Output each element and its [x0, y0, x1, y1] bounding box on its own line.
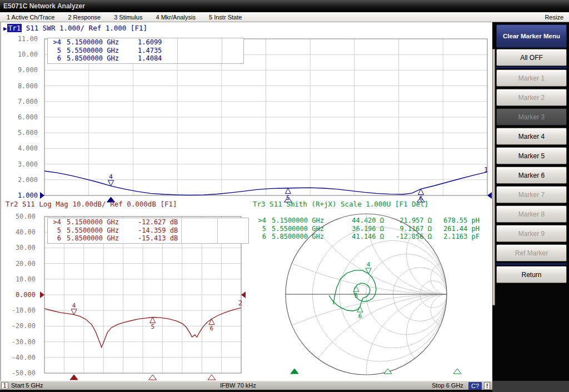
marker-row: >45.1500000 GHz1.6099 [48, 38, 243, 47]
softkey-scrollbar[interactable] [492, 49, 495, 305]
tr2-header[interactable]: Tr2 S11 Log Mag 10.00dB/ Ref 0.000dB [F1… [6, 200, 177, 208]
status-bar: 1 Start 5 GHz IFBW 70 kHz Stop 6 GHz C? … [0, 381, 492, 390]
divider [181, 218, 182, 243]
menu-separator [496, 67, 567, 68]
ifbw-label: IFBW 70 kHz [220, 382, 256, 389]
menu-response[interactable]: 2 Response [61, 14, 107, 21]
active-trace-arrow-icon: ▶ [3, 25, 7, 32]
tr1-chip: Tr1 [7, 24, 22, 32]
axis-tick-label: 30.00 [10, 244, 36, 252]
axis-tick-label: 2.000 [12, 176, 38, 184]
axis-tick-label: 7.000 [12, 98, 38, 105]
channel-number-box: 1 [1, 382, 8, 389]
svg-text:6: 6 [210, 325, 214, 332]
tr1-swr-chart: 4561 [40, 39, 492, 205]
axis-tick-label: 11.00 [12, 35, 38, 43]
svg-text:5: 5 [355, 292, 358, 299]
axis-tick-label: 0.000 [10, 291, 36, 299]
bottom-right-filler [492, 381, 569, 392]
menu-instr-state[interactable]: 5 Instr State [202, 14, 248, 21]
axis-tick-label: -30.00 [10, 338, 36, 346]
softkey-marker-4[interactable]: Marker 4 [496, 128, 567, 145]
softkey-return[interactable]: Return [496, 266, 567, 283]
tr1-header[interactable]: ▶Tr1 S11 SWR 1.000/ Ref 1.000 [F1] [3, 24, 147, 32]
softkey-marker-2: Marker 2 [496, 89, 567, 106]
axis-tick-label: -20.00 [10, 322, 36, 330]
divider [217, 218, 218, 243]
tr1-marker-table: >45.1500000 GHz1.609955.5500000 GHz1.473… [47, 38, 244, 64]
alert-indicator: ! [484, 382, 490, 390]
window-title: E5071C Network Analyzer [3, 2, 85, 10]
bottom-strip [0, 390, 492, 392]
softkey-marker-3[interactable]: Marker 3 [496, 108, 567, 125]
marker-row: >45.1500000 GHz-12.627 dB [48, 218, 248, 227]
axis-tick-label: 3.000 [12, 160, 38, 168]
tr3-header[interactable]: Tr3 S11 Smith (R+jX) Scale 1.000U [F1 De… [253, 200, 428, 208]
svg-text:4: 4 [367, 261, 371, 268]
axis-tick-label: -10.00 [10, 306, 36, 314]
axis-tick-label: 10.00 [12, 51, 38, 58]
axis-tick-label: 4.000 [12, 144, 38, 152]
svg-text:4: 4 [109, 173, 113, 180]
softkey-all-off[interactable]: All OFF [496, 49, 567, 66]
axis-tick-label: -40.00 [10, 354, 36, 361]
axis-tick-label: -50.00 [10, 369, 36, 377]
svg-text:2: 2 [238, 299, 242, 307]
marker-row: 65.8500000 GHz-15.413 dB [48, 234, 248, 243]
menu-resize[interactable]: Resize [545, 14, 569, 21]
svg-text:1: 1 [484, 166, 488, 174]
tr2-marker-table: >45.1500000 GHz-12.627 dB55.5500000 GHz-… [47, 218, 249, 244]
axis-tick-label: 9.000 [12, 66, 38, 74]
softkey-ref-marker: Ref Marker [496, 244, 567, 262]
axis-tick-label: 1.000 [12, 192, 38, 199]
svg-text:5: 5 [151, 323, 154, 330]
softkey-marker-7: Marker 7 [496, 186, 567, 203]
axis-tick-label: 5.000 [12, 129, 38, 137]
menu-stimulus[interactable]: 3 Stimulus [107, 14, 149, 21]
softkey-marker-9: Marker 9 [496, 225, 567, 242]
marker-row: 55.5500000 GHz1.4735 [48, 47, 243, 55]
softkey-marker-5[interactable]: Marker 5 [496, 147, 567, 164]
title-bar: E5071C Network Analyzer [0, 0, 569, 12]
graticule-area: ▶Tr1 S11 SWR 1.000/ Ref 1.000 [F1] 11.00… [0, 22, 492, 381]
softkey-sidebar: Clear Marker Menu All OFFMarker 1Marker … [492, 22, 569, 381]
clear-marker-menu-button[interactable]: Clear Marker Menu [496, 24, 567, 48]
softkey-marker-6[interactable]: Marker 6 [496, 167, 567, 184]
divider [177, 38, 178, 63]
cal-status-badge: C? [468, 382, 482, 390]
svg-text:4: 4 [72, 302, 76, 309]
axis-tick-label: 8.000 [12, 82, 38, 90]
menu-separator [496, 263, 567, 265]
svg-text:6: 6 [358, 313, 362, 320]
marker-row: 55.5500000 GHz-14.359 dB [48, 227, 248, 235]
marker-row: 65.8500000 GHz1.4084 [48, 54, 243, 63]
tr1-header-text: S11 SWR 1.000/ Ref 1.000 [F1] [22, 24, 147, 32]
axis-tick-label: 6.000 [12, 113, 38, 121]
axis-tick-label: 40.00 [10, 228, 36, 236]
menu-active-ch-trace[interactable]: 1 Active Ch/Trace [0, 14, 61, 21]
menu-bar: 1 Active Ch/Trace 2 Response 3 Stimulus … [0, 12, 569, 22]
menu-mkr-analysis[interactable]: 4 Mkr/Analysis [149, 14, 202, 21]
axis-tick-label: 10.00 [10, 275, 36, 283]
app-window: E5071C Network Analyzer 1 Active Ch/Trac… [0, 0, 569, 392]
start-frequency-label: Start 5 GHz [11, 382, 43, 389]
softkey-marker-8: Marker 8 [496, 205, 567, 223]
axis-tick-label: 20.00 [10, 260, 36, 268]
axis-tick-label: 50.00 [10, 213, 36, 220]
softkey-marker-1: Marker 1 [496, 69, 567, 87]
tr3-smith-chart: 456 [280, 208, 458, 381]
divider [222, 38, 222, 63]
stop-frequency-label: Stop 6 GHz [432, 382, 463, 389]
